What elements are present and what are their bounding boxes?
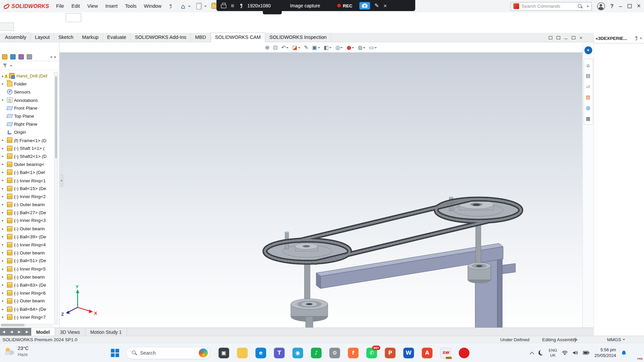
ribbon-tab[interactable]: Evaluate bbox=[103, 33, 131, 42]
scroll-first-button[interactable]: ◀ bbox=[0, 328, 8, 336]
start-button[interactable] bbox=[108, 346, 122, 360]
battery-icon[interactable] bbox=[583, 351, 590, 355]
file-explorer-icon[interactable] bbox=[237, 348, 248, 358]
configurationmanager-icon[interactable] bbox=[18, 54, 24, 59]
user-account-icon[interactable] bbox=[597, 2, 605, 10]
tree-item[interactable]: (-) Inner Ring<6 bbox=[0, 289, 55, 297]
panel-collapse-handle[interactable] bbox=[60, 174, 63, 187]
new-window-icon[interactable] bbox=[549, 36, 552, 40]
powerpoint-icon[interactable]: P bbox=[385, 348, 395, 358]
expand-arrow-icon[interactable] bbox=[2, 179, 6, 182]
tree-item[interactable]: (-) Inner Ring<7 bbox=[0, 313, 55, 321]
tree-item[interactable]: Annotations bbox=[0, 96, 55, 104]
record-button[interactable]: REC bbox=[337, 3, 353, 8]
clock[interactable]: 5:56 pm 20/05/2024 bbox=[594, 347, 616, 358]
expand-arrow-icon[interactable] bbox=[2, 291, 6, 295]
close-button[interactable] bbox=[637, 2, 641, 10]
expand-arrow-icon[interactable] bbox=[2, 211, 6, 215]
tray-overflow-icon[interactable] bbox=[530, 352, 534, 356]
menu-item[interactable]: Window bbox=[140, 1, 165, 11]
display-style-icon[interactable] bbox=[323, 44, 333, 51]
tree-item[interactable]: Sensors bbox=[0, 88, 55, 96]
tree-item[interactable]: Top Plane bbox=[0, 112, 55, 120]
tree-item[interactable]: Front Plane bbox=[0, 104, 55, 112]
weather-widget[interactable]: 23°C Haze bbox=[3, 346, 29, 357]
view-orientation-icon[interactable] bbox=[311, 44, 321, 51]
tree-item[interactable]: (-) Outer bearin bbox=[0, 225, 55, 233]
capture-close-icon[interactable] bbox=[383, 2, 387, 9]
expand-arrow-icon[interactable] bbox=[2, 146, 6, 150]
featuremanager-icon[interactable] bbox=[2, 54, 7, 59]
edge-icon[interactable]: e bbox=[256, 348, 266, 358]
notifications-bell-icon[interactable] bbox=[621, 350, 627, 356]
tree-item[interactable]: (-) Ball<63> (De bbox=[0, 281, 55, 289]
zoom-area-icon[interactable] bbox=[272, 44, 279, 51]
bing-daily-icon[interactable] bbox=[199, 348, 208, 357]
expand-arrow-icon[interactable] bbox=[2, 171, 6, 174]
quick-tool[interactable] bbox=[179, 2, 191, 10]
expand-arrow-icon[interactable] bbox=[2, 82, 6, 86]
ribbon-tab[interactable]: Markup bbox=[78, 33, 103, 42]
ribbon-tab[interactable]: Assembly bbox=[1, 33, 31, 42]
expand-arrow-icon[interactable] bbox=[2, 138, 6, 142]
panel-close-icon[interactable] bbox=[640, 35, 643, 41]
word-icon[interactable]: W bbox=[403, 348, 414, 358]
expand-arrow-icon[interactable] bbox=[2, 259, 6, 263]
expand-arrow-icon[interactable] bbox=[2, 187, 6, 190]
grid-tab-icon[interactable] bbox=[584, 115, 592, 122]
scrollbar-thumb[interactable] bbox=[1, 324, 24, 326]
wifi-icon[interactable] bbox=[562, 351, 568, 355]
recording-app-icon[interactable] bbox=[459, 348, 470, 358]
previous-view-icon[interactable] bbox=[280, 44, 290, 51]
scroll-next-button[interactable]: ▶ bbox=[16, 328, 23, 336]
edit-appearance-icon[interactable] bbox=[345, 44, 356, 51]
home-icon[interactable] bbox=[179, 2, 187, 10]
copilot-button[interactable]: PRE bbox=[632, 348, 641, 358]
search-commands-field[interactable]: Search Commands bbox=[511, 2, 592, 11]
tree-horizontal-scrollbar[interactable] bbox=[1, 323, 53, 327]
displaymanager-icon[interactable] bbox=[27, 54, 32, 59]
tree-item[interactable]: (-) Inner Ring<3 bbox=[0, 217, 55, 225]
scroll-last-button[interactable]: ▶ bbox=[23, 328, 31, 336]
ribbon-tab[interactable]: SOLIDWORKS Inspection bbox=[265, 33, 331, 42]
close-doc-icon[interactable] bbox=[580, 35, 583, 41]
tree-item[interactable]: (-) Outer bearin bbox=[0, 249, 55, 257]
ribbon-tab[interactable]: SOLIDWORKS CAM bbox=[211, 33, 265, 42]
expand-arrow-icon[interactable] bbox=[2, 243, 6, 247]
tree-item[interactable]: (-) Shaft2<1> (D bbox=[0, 152, 55, 160]
graphics-area[interactable]: Y X Z bbox=[60, 42, 583, 327]
tree-item[interactable]: (-) Ball<39> (De bbox=[0, 233, 55, 241]
expand-arrow-icon[interactable] bbox=[2, 251, 6, 255]
tree-item[interactable]: (-) Inner Ring<2 bbox=[0, 192, 55, 200]
pin-icon[interactable] bbox=[239, 3, 243, 8]
expand-arrow-icon[interactable] bbox=[2, 283, 6, 287]
ribbon-tab[interactable]: Sketch bbox=[54, 33, 78, 42]
restore-doc-icon[interactable] bbox=[572, 36, 575, 40]
assembly-3d-view[interactable]: Y X Z bbox=[60, 42, 583, 327]
minimize-doc-icon[interactable] bbox=[564, 39, 568, 39]
settings-icon[interactable]: ⚙ bbox=[329, 348, 340, 358]
folder-tab-icon[interactable] bbox=[584, 82, 592, 90]
filter-caret-icon[interactable] bbox=[10, 65, 12, 67]
keep-toolbar-pin-icon[interactable] bbox=[168, 3, 173, 9]
tree-item[interactable]: (-) Inner Ring<1 bbox=[0, 176, 55, 184]
panel-pin-icon[interactable] bbox=[633, 35, 638, 41]
tree-item[interactable]: (-) Ball<51> (De bbox=[0, 257, 55, 265]
taskbar-search[interactable]: Search bbox=[126, 347, 210, 359]
screenshot-button[interactable] bbox=[359, 2, 370, 9]
zoom-fit-icon[interactable] bbox=[264, 44, 271, 51]
expand-arrow-icon[interactable] bbox=[2, 267, 6, 271]
whatsapp-icon[interactable]: ✆ 99+ bbox=[366, 348, 377, 358]
tree-item[interactable]: (-) Outer bearin bbox=[0, 273, 55, 281]
pinned-app-icon[interactable]: ▣ bbox=[218, 348, 229, 358]
document-tab[interactable]: Motion Study 1 bbox=[85, 328, 127, 336]
capture-bar-handle[interactable] bbox=[263, 11, 282, 14]
quick-tool[interactable] bbox=[195, 2, 207, 10]
expand-arrow-icon[interactable] bbox=[2, 155, 6, 158]
search-caret-icon[interactable] bbox=[586, 6, 589, 8]
tree-item[interactable]: (-) Shaft 1<1> ( bbox=[0, 144, 55, 152]
teams-icon[interactable]: T bbox=[274, 348, 285, 358]
model-browser-icon[interactable] bbox=[584, 72, 592, 79]
tree-item[interactable]: (-) Ball<64> (De bbox=[0, 305, 55, 313]
expand-arrow-icon[interactable] bbox=[2, 307, 6, 311]
